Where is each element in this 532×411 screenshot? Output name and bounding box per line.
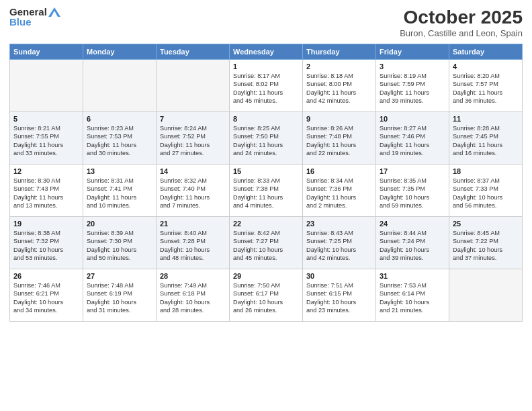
calendar-cell: 4Sunrise: 8:20 AM Sunset: 7:57 PM Daylig… bbox=[449, 60, 523, 112]
calendar-cell: 12Sunrise: 8:30 AM Sunset: 7:43 PM Dayli… bbox=[10, 165, 83, 217]
calendar-cell: 16Sunrise: 8:34 AM Sunset: 7:36 PM Dayli… bbox=[303, 165, 376, 217]
calendar-cell: 13Sunrise: 8:31 AM Sunset: 7:41 PM Dayli… bbox=[83, 165, 157, 217]
weekday-header-tuesday: Tuesday bbox=[157, 44, 230, 60]
day-info: Sunrise: 8:19 AM Sunset: 7:59 PM Dayligh… bbox=[380, 72, 445, 105]
day-info: Sunrise: 8:17 AM Sunset: 8:02 PM Dayligh… bbox=[233, 72, 299, 105]
logo: General Blue bbox=[9, 7, 60, 28]
calendar-cell: 3Sunrise: 8:19 AM Sunset: 7:59 PM Daylig… bbox=[376, 60, 449, 112]
calendar-cell: 29Sunrise: 7:50 AM Sunset: 6:17 PM Dayli… bbox=[230, 269, 303, 322]
calendar-cell: 7Sunrise: 8:24 AM Sunset: 7:52 PM Daylig… bbox=[157, 112, 230, 165]
weekday-header-friday: Friday bbox=[376, 44, 449, 60]
logo-blue-text: Blue bbox=[9, 17, 32, 28]
calendar-cell: 28Sunrise: 7:49 AM Sunset: 6:18 PM Dayli… bbox=[157, 269, 230, 322]
day-number: 1 bbox=[233, 62, 299, 71]
day-info: Sunrise: 7:50 AM Sunset: 6:17 PM Dayligh… bbox=[233, 281, 299, 315]
calendar-cell bbox=[10, 60, 83, 112]
calendar-week-row-1: 1Sunrise: 8:17 AM Sunset: 8:02 PM Daylig… bbox=[10, 60, 523, 112]
day-info: Sunrise: 8:30 AM Sunset: 7:43 PM Dayligh… bbox=[13, 177, 79, 210]
day-number: 17 bbox=[380, 167, 445, 175]
day-info: Sunrise: 8:31 AM Sunset: 7:41 PM Dayligh… bbox=[87, 177, 152, 210]
day-number: 6 bbox=[87, 115, 152, 123]
calendar-cell: 9Sunrise: 8:26 AM Sunset: 7:48 PM Daylig… bbox=[303, 112, 376, 165]
calendar-cell bbox=[157, 60, 230, 112]
calendar-cell: 31Sunrise: 7:53 AM Sunset: 6:14 PM Dayli… bbox=[376, 269, 449, 322]
calendar-cell: 23Sunrise: 8:43 AM Sunset: 7:25 PM Dayli… bbox=[303, 217, 376, 269]
day-info: Sunrise: 8:35 AM Sunset: 7:35 PM Dayligh… bbox=[380, 177, 445, 210]
day-info: Sunrise: 8:27 AM Sunset: 7:46 PM Dayligh… bbox=[380, 124, 445, 158]
day-number: 10 bbox=[380, 115, 445, 123]
calendar-cell: 17Sunrise: 8:35 AM Sunset: 7:35 PM Dayli… bbox=[376, 165, 449, 217]
calendar-cell: 10Sunrise: 8:27 AM Sunset: 7:46 PM Dayli… bbox=[376, 112, 449, 165]
day-number: 14 bbox=[160, 167, 226, 175]
day-number: 4 bbox=[453, 62, 519, 71]
calendar-week-row-2: 5Sunrise: 8:21 AM Sunset: 7:55 PM Daylig… bbox=[10, 112, 523, 165]
day-info: Sunrise: 8:23 AM Sunset: 7:53 PM Dayligh… bbox=[87, 124, 152, 158]
calendar-table: SundayMondayTuesdayWednesdayThursdayFrid… bbox=[9, 44, 523, 322]
calendar-cell: 14Sunrise: 8:32 AM Sunset: 7:40 PM Dayli… bbox=[157, 165, 230, 217]
day-info: Sunrise: 8:33 AM Sunset: 7:38 PM Dayligh… bbox=[233, 177, 299, 210]
day-number: 23 bbox=[306, 220, 372, 228]
day-info: Sunrise: 8:18 AM Sunset: 8:00 PM Dayligh… bbox=[306, 72, 372, 105]
day-info: Sunrise: 8:28 AM Sunset: 7:45 PM Dayligh… bbox=[453, 124, 519, 158]
day-number: 8 bbox=[233, 115, 299, 123]
day-number: 7 bbox=[160, 115, 226, 123]
day-number: 19 bbox=[13, 220, 79, 228]
day-number: 31 bbox=[380, 272, 445, 280]
calendar-cell: 8Sunrise: 8:25 AM Sunset: 7:50 PM Daylig… bbox=[230, 112, 303, 165]
day-number: 29 bbox=[233, 272, 299, 280]
calendar-week-row-3: 12Sunrise: 8:30 AM Sunset: 7:43 PM Dayli… bbox=[10, 165, 523, 217]
day-info: Sunrise: 8:39 AM Sunset: 7:30 PM Dayligh… bbox=[87, 229, 152, 263]
calendar-week-row-5: 26Sunrise: 7:46 AM Sunset: 6:21 PM Dayli… bbox=[10, 269, 523, 322]
day-info: Sunrise: 7:53 AM Sunset: 6:14 PM Dayligh… bbox=[380, 281, 445, 315]
title-block: October 2025 Buron, Castille and Leon, S… bbox=[400, 7, 523, 38]
calendar-cell: 21Sunrise: 8:40 AM Sunset: 7:28 PM Dayli… bbox=[157, 217, 230, 269]
calendar-cell bbox=[83, 60, 157, 112]
calendar-cell: 19Sunrise: 8:38 AM Sunset: 7:32 PM Dayli… bbox=[10, 217, 83, 269]
weekday-header-wednesday: Wednesday bbox=[230, 44, 303, 60]
day-info: Sunrise: 8:34 AM Sunset: 7:36 PM Dayligh… bbox=[306, 177, 372, 210]
day-number: 22 bbox=[233, 220, 299, 228]
day-number: 18 bbox=[453, 167, 519, 175]
calendar-cell: 6Sunrise: 8:23 AM Sunset: 7:53 PM Daylig… bbox=[83, 112, 157, 165]
day-info: Sunrise: 8:38 AM Sunset: 7:32 PM Dayligh… bbox=[13, 229, 79, 263]
calendar-cell: 27Sunrise: 7:48 AM Sunset: 6:19 PM Dayli… bbox=[83, 269, 157, 322]
calendar-cell: 2Sunrise: 8:18 AM Sunset: 8:00 PM Daylig… bbox=[303, 60, 376, 112]
calendar-week-row-4: 19Sunrise: 8:38 AM Sunset: 7:32 PM Dayli… bbox=[10, 217, 523, 269]
day-info: Sunrise: 7:51 AM Sunset: 6:15 PM Dayligh… bbox=[306, 281, 372, 315]
calendar-cell: 20Sunrise: 8:39 AM Sunset: 7:30 PM Dayli… bbox=[83, 217, 157, 269]
day-info: Sunrise: 8:45 AM Sunset: 7:22 PM Dayligh… bbox=[453, 229, 519, 263]
day-number: 5 bbox=[13, 115, 79, 123]
day-number: 30 bbox=[306, 272, 372, 280]
day-info: Sunrise: 8:25 AM Sunset: 7:50 PM Dayligh… bbox=[233, 124, 299, 158]
day-number: 16 bbox=[306, 167, 372, 175]
day-number: 20 bbox=[87, 220, 152, 228]
calendar-cell: 24Sunrise: 8:44 AM Sunset: 7:24 PM Dayli… bbox=[376, 217, 449, 269]
logo-icon bbox=[48, 7, 60, 17]
day-info: Sunrise: 8:24 AM Sunset: 7:52 PM Dayligh… bbox=[160, 124, 226, 158]
day-number: 9 bbox=[306, 115, 372, 123]
weekday-header-sunday: Sunday bbox=[10, 44, 83, 60]
weekday-header-row: SundayMondayTuesdayWednesdayThursdayFrid… bbox=[10, 44, 523, 60]
day-info: Sunrise: 8:40 AM Sunset: 7:28 PM Dayligh… bbox=[160, 229, 226, 263]
weekday-header-monday: Monday bbox=[83, 44, 157, 60]
calendar-cell: 11Sunrise: 8:28 AM Sunset: 7:45 PM Dayli… bbox=[449, 112, 523, 165]
calendar-cell: 22Sunrise: 8:42 AM Sunset: 7:27 PM Dayli… bbox=[230, 217, 303, 269]
calendar-cell: 18Sunrise: 8:37 AM Sunset: 7:33 PM Dayli… bbox=[449, 165, 523, 217]
day-info: Sunrise: 8:44 AM Sunset: 7:24 PM Dayligh… bbox=[380, 229, 445, 263]
day-number: 25 bbox=[453, 220, 519, 228]
day-info: Sunrise: 8:32 AM Sunset: 7:40 PM Dayligh… bbox=[160, 177, 226, 210]
day-number: 24 bbox=[380, 220, 445, 228]
calendar-cell: 1Sunrise: 8:17 AM Sunset: 8:02 PM Daylig… bbox=[230, 60, 303, 112]
month-title: October 2025 bbox=[400, 7, 523, 28]
calendar-cell: 26Sunrise: 7:46 AM Sunset: 6:21 PM Dayli… bbox=[10, 269, 83, 322]
calendar-cell: 15Sunrise: 8:33 AM Sunset: 7:38 PM Dayli… bbox=[230, 165, 303, 217]
weekday-header-thursday: Thursday bbox=[303, 44, 376, 60]
day-number: 27 bbox=[87, 272, 152, 280]
calendar-cell: 25Sunrise: 8:45 AM Sunset: 7:22 PM Dayli… bbox=[449, 217, 523, 269]
calendar-cell: 5Sunrise: 8:21 AM Sunset: 7:55 PM Daylig… bbox=[10, 112, 83, 165]
calendar-cell: 30Sunrise: 7:51 AM Sunset: 6:15 PM Dayli… bbox=[303, 269, 376, 322]
day-info: Sunrise: 8:21 AM Sunset: 7:55 PM Dayligh… bbox=[13, 124, 79, 158]
weekday-header-saturday: Saturday bbox=[449, 44, 523, 60]
day-number: 21 bbox=[160, 220, 226, 228]
day-info: Sunrise: 7:48 AM Sunset: 6:19 PM Dayligh… bbox=[87, 281, 152, 315]
